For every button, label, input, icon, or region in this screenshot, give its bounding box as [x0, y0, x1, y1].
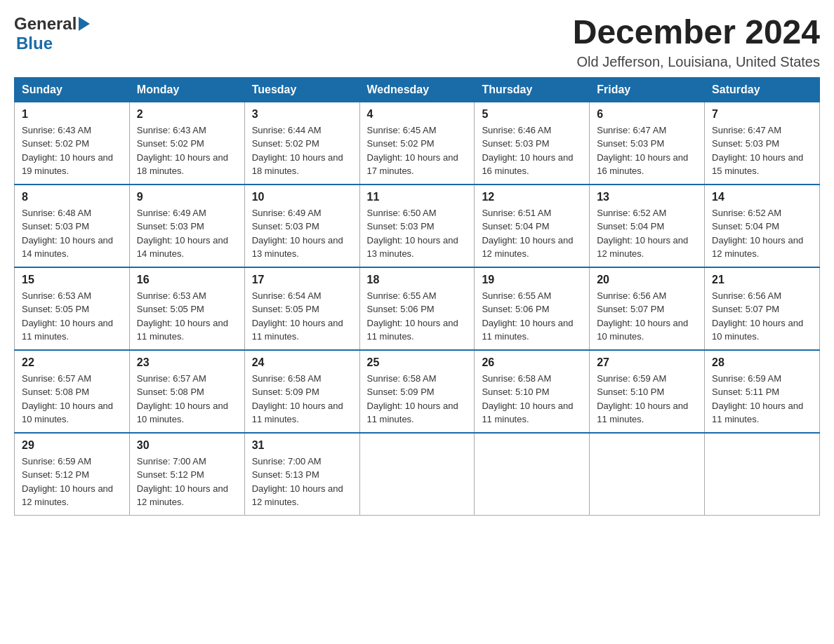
day-info: Sunrise: 6:49 AMSunset: 5:03 PMDaylight:…: [137, 206, 237, 261]
day-info: Sunrise: 6:53 AMSunset: 5:05 PMDaylight:…: [22, 289, 122, 344]
table-row: 7Sunrise: 6:47 AMSunset: 5:03 PMDaylight…: [705, 102, 820, 185]
day-number: 25: [367, 356, 468, 369]
table-row: 2Sunrise: 6:43 AMSunset: 5:02 PMDaylight…: [129, 102, 244, 185]
day-number: 9: [137, 191, 237, 203]
day-info: Sunrise: 6:59 AMSunset: 5:12 PMDaylight:…: [22, 455, 122, 509]
calendar-table: SundayMondayTuesdayWednesdayThursdayFrid…: [14, 77, 820, 516]
table-row: 28Sunrise: 6:59 AMSunset: 5:11 PMDayligh…: [705, 350, 820, 433]
table-row: 3Sunrise: 6:44 AMSunset: 5:02 PMDaylight…: [244, 102, 359, 185]
day-number: 13: [597, 191, 697, 203]
table-row: 23Sunrise: 6:57 AMSunset: 5:08 PMDayligh…: [129, 350, 244, 433]
table-row: 11Sunrise: 6:50 AMSunset: 5:03 PMDayligh…: [359, 185, 475, 267]
day-number: 5: [482, 108, 582, 121]
day-number: 1: [22, 108, 122, 121]
day-number: 16: [137, 274, 237, 286]
day-info: Sunrise: 6:47 AMSunset: 5:03 PMDaylight:…: [712, 123, 812, 178]
day-number: 26: [482, 356, 582, 369]
day-number: 12: [482, 191, 582, 203]
day-number: 20: [597, 274, 697, 286]
table-row: 25Sunrise: 6:58 AMSunset: 5:09 PMDayligh…: [359, 350, 475, 433]
title-section: December 2024 Old Jefferson, Louisiana, …: [573, 14, 820, 70]
day-info: Sunrise: 6:52 AMSunset: 5:04 PMDaylight:…: [597, 206, 697, 261]
location-title: Old Jefferson, Louisiana, United States: [573, 54, 820, 70]
calendar-header-row: SundayMondayTuesdayWednesdayThursdayFrid…: [15, 77, 820, 102]
day-info: Sunrise: 7:00 AMSunset: 5:13 PMDaylight:…: [252, 455, 352, 509]
day-number: 23: [137, 356, 237, 369]
logo-blue-text: Blue: [16, 34, 53, 53]
day-number: 31: [252, 439, 352, 452]
table-row: 21Sunrise: 6:56 AMSunset: 5:07 PMDayligh…: [705, 267, 820, 350]
day-number: 15: [22, 274, 122, 286]
calendar-week-row: 29Sunrise: 6:59 AMSunset: 5:12 PMDayligh…: [15, 433, 820, 516]
table-row: 10Sunrise: 6:49 AMSunset: 5:03 PMDayligh…: [244, 185, 359, 267]
day-info: Sunrise: 6:55 AMSunset: 5:06 PMDaylight:…: [482, 289, 582, 344]
col-header-friday: Friday: [590, 77, 705, 102]
day-info: Sunrise: 6:44 AMSunset: 5:02 PMDaylight:…: [252, 123, 352, 178]
table-row: 12Sunrise: 6:51 AMSunset: 5:04 PMDayligh…: [475, 185, 590, 267]
day-info: Sunrise: 6:59 AMSunset: 5:11 PMDaylight:…: [712, 372, 812, 427]
day-info: Sunrise: 6:58 AMSunset: 5:10 PMDaylight:…: [482, 372, 582, 427]
month-title: December 2024: [573, 14, 820, 51]
day-info: Sunrise: 6:53 AMSunset: 5:05 PMDaylight:…: [137, 289, 237, 344]
table-row: 22Sunrise: 6:57 AMSunset: 5:08 PMDayligh…: [15, 350, 130, 433]
day-number: 28: [712, 356, 812, 369]
day-number: 27: [597, 356, 697, 369]
logo-general-text: General: [14, 14, 77, 34]
day-number: 8: [22, 191, 122, 203]
day-number: 22: [22, 356, 122, 369]
table-row: 14Sunrise: 6:52 AMSunset: 5:04 PMDayligh…: [705, 185, 820, 267]
day-number: 29: [22, 439, 122, 452]
table-row: 6Sunrise: 6:47 AMSunset: 5:03 PMDaylight…: [590, 102, 705, 185]
table-row: 20Sunrise: 6:56 AMSunset: 5:07 PMDayligh…: [590, 267, 705, 350]
calendar-week-row: 15Sunrise: 6:53 AMSunset: 5:05 PMDayligh…: [15, 267, 820, 350]
day-number: 14: [712, 191, 812, 203]
table-row: 8Sunrise: 6:48 AMSunset: 5:03 PMDaylight…: [15, 185, 130, 267]
table-row: 18Sunrise: 6:55 AMSunset: 5:06 PMDayligh…: [359, 267, 475, 350]
logo-arrow-icon: [79, 17, 90, 31]
col-header-thursday: Thursday: [475, 77, 590, 102]
col-header-monday: Monday: [129, 77, 244, 102]
page-header: General Blue December 2024 Old Jefferson…: [14, 14, 820, 70]
day-info: Sunrise: 6:57 AMSunset: 5:08 PMDaylight:…: [137, 372, 237, 427]
day-number: 2: [137, 108, 237, 121]
day-info: Sunrise: 6:56 AMSunset: 5:07 PMDaylight:…: [712, 289, 812, 344]
day-info: Sunrise: 7:00 AMSunset: 5:12 PMDaylight:…: [137, 455, 237, 509]
logo-row1: General: [14, 14, 90, 34]
day-info: Sunrise: 6:55 AMSunset: 5:06 PMDaylight:…: [367, 289, 468, 344]
col-header-wednesday: Wednesday: [359, 77, 475, 102]
day-info: Sunrise: 6:52 AMSunset: 5:04 PMDaylight:…: [712, 206, 812, 261]
day-number: 10: [252, 191, 352, 203]
day-info: Sunrise: 6:56 AMSunset: 5:07 PMDaylight:…: [597, 289, 697, 344]
table-row: 31Sunrise: 7:00 AMSunset: 5:13 PMDayligh…: [244, 433, 359, 516]
day-number: 30: [137, 439, 237, 452]
day-info: Sunrise: 6:48 AMSunset: 5:03 PMDaylight:…: [22, 206, 122, 261]
col-header-saturday: Saturday: [705, 77, 820, 102]
day-number: 7: [712, 108, 812, 121]
day-info: Sunrise: 6:58 AMSunset: 5:09 PMDaylight:…: [367, 372, 468, 427]
day-info: Sunrise: 6:47 AMSunset: 5:03 PMDaylight:…: [597, 123, 697, 178]
day-info: Sunrise: 6:57 AMSunset: 5:08 PMDaylight:…: [22, 372, 122, 427]
table-row: [359, 433, 475, 516]
day-info: Sunrise: 6:59 AMSunset: 5:10 PMDaylight:…: [597, 372, 697, 427]
table-row: 15Sunrise: 6:53 AMSunset: 5:05 PMDayligh…: [15, 267, 130, 350]
day-number: 24: [252, 356, 352, 369]
table-row: 4Sunrise: 6:45 AMSunset: 5:02 PMDaylight…: [359, 102, 475, 185]
day-number: 17: [252, 274, 352, 286]
table-row: 9Sunrise: 6:49 AMSunset: 5:03 PMDaylight…: [129, 185, 244, 267]
day-info: Sunrise: 6:50 AMSunset: 5:03 PMDaylight:…: [367, 206, 468, 261]
table-row: [475, 433, 590, 516]
day-info: Sunrise: 6:46 AMSunset: 5:03 PMDaylight:…: [482, 123, 582, 178]
day-info: Sunrise: 6:43 AMSunset: 5:02 PMDaylight:…: [137, 123, 237, 178]
table-row: 1Sunrise: 6:43 AMSunset: 5:02 PMDaylight…: [15, 102, 130, 185]
col-header-tuesday: Tuesday: [244, 77, 359, 102]
calendar-week-row: 8Sunrise: 6:48 AMSunset: 5:03 PMDaylight…: [15, 185, 820, 267]
day-number: 6: [597, 108, 697, 121]
day-info: Sunrise: 6:49 AMSunset: 5:03 PMDaylight:…: [252, 206, 352, 261]
day-info: Sunrise: 6:51 AMSunset: 5:04 PMDaylight:…: [482, 206, 582, 261]
day-number: 18: [367, 274, 468, 286]
col-header-sunday: Sunday: [15, 77, 130, 102]
table-row: [590, 433, 705, 516]
table-row: 27Sunrise: 6:59 AMSunset: 5:10 PMDayligh…: [590, 350, 705, 433]
table-row: 16Sunrise: 6:53 AMSunset: 5:05 PMDayligh…: [129, 267, 244, 350]
calendar-week-row: 1Sunrise: 6:43 AMSunset: 5:02 PMDaylight…: [15, 102, 820, 185]
